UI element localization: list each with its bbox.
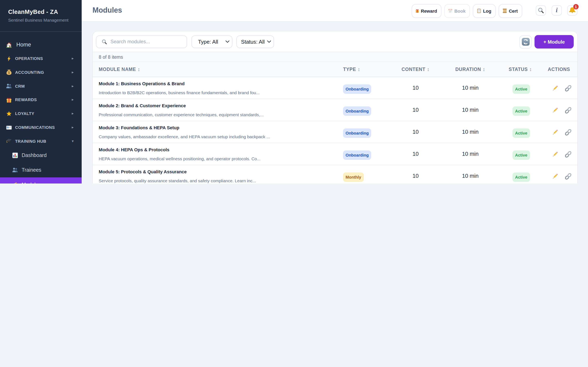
svg-text:JUL: JUL <box>449 9 451 10</box>
svg-text:17: 17 <box>449 10 452 13</box>
svg-text:$: $ <box>8 71 10 75</box>
